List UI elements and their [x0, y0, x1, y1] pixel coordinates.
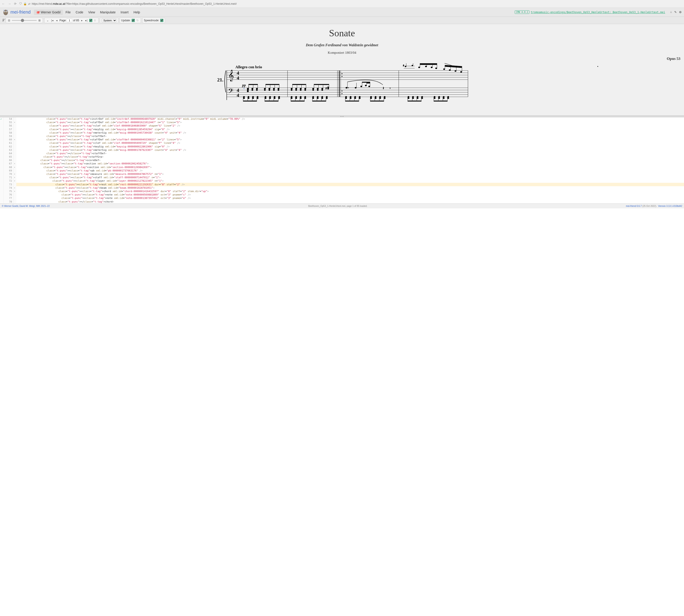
code-line[interactable]: class="t-punc"><class="t-tag">meterSig x…: [16, 131, 684, 134]
code-line[interactable]: class="t-punc"><class="t-tag">keySig xml…: [16, 128, 684, 131]
svg-point-230: [448, 97, 449, 99]
code-line[interactable]: class="t-punc"><class="t-tag">pb xml:id=…: [16, 169, 684, 172]
zoom-slider[interactable]: [12, 20, 37, 21]
menu-manipulate[interactable]: Manipulate: [98, 9, 118, 15]
code-line[interactable]: class="t-punc"><class="t-tag">section xm…: [16, 166, 684, 169]
menu-login[interactable]: 🐙 Werner Goebl: [34, 9, 63, 15]
back-icon[interactable]: ←: [2, 2, 5, 5]
lock-icon[interactable]: 🔒: [23, 2, 27, 5]
dynamic-pp: pp: [242, 83, 246, 87]
speedmode-checkbox[interactable]: [160, 19, 164, 22]
orientation-icon[interactable]: ⌄: [46, 19, 49, 22]
panel-splitter[interactable]: • • •: [0, 115, 684, 117]
reload-icon[interactable]: ⟳: [14, 2, 17, 5]
code-line[interactable]: class="t-punc"><class="t-tag">meterSig x…: [16, 148, 684, 152]
pdf-icon[interactable]: ⎘: [93, 19, 97, 22]
menu-file[interactable]: File: [63, 9, 73, 15]
code-line[interactable]: class="t-punc"><class="t-tag">beam xml:i…: [16, 186, 684, 190]
code-line[interactable]: class="t-punc"><class="t-tag">staffDef x…: [16, 120, 684, 124]
svg-point-161: [359, 96, 361, 97]
toggle-icon[interactable]: ⇄: [28, 2, 30, 5]
code-line[interactable]: class="t-punc"></class="t-tag">staffGrp>: [16, 155, 684, 158]
page-number-input[interactable]: [67, 19, 72, 22]
code-line[interactable]: class="t-punc"><class="t-tag">chord xml:…: [16, 190, 684, 193]
score-title: Sonate: [0, 28, 684, 39]
menu-insert[interactable]: Insert: [118, 9, 131, 15]
svg-rect-219: [408, 101, 422, 102]
svg-point-42: [256, 88, 258, 89]
svg-point-51: [273, 89, 275, 91]
code-line[interactable]: class="t-punc"><class="t-tag">layer xml:…: [16, 179, 684, 182]
svg-rect-232: [434, 101, 448, 102]
code-line[interactable]: class="t-punc"><class="t-tag">rest xml:i…: [16, 183, 684, 186]
score-svg[interactable]: Allegro con brio 21. pp 𝄞 𝄢 4 4 4 4: [4, 63, 680, 109]
svg-point-146: [368, 86, 370, 87]
code-line[interactable]: class="t-punc"><class="t-tag">staffDef x…: [16, 138, 684, 141]
code-line[interactable]: class="t-punc"></class="t-tag">staffDef>: [16, 134, 684, 138]
update-checkbox[interactable]: [132, 19, 135, 22]
url-text[interactable]: https://mei-friend.mdw.ac.at/?file=https…: [32, 2, 682, 5]
gutter-validation: ✓: [0, 117, 4, 203]
code-line[interactable]: class="t-punc"></class="t-tag">chord>: [16, 200, 684, 203]
menu-code[interactable]: Code: [73, 9, 85, 15]
svg-rect-193: [420, 63, 437, 64]
svg-text:𝄢: 𝄢: [228, 87, 233, 96]
menu-view[interactable]: View: [86, 9, 98, 15]
svg-point-166: [370, 97, 372, 99]
breaks-select[interactable]: System: [102, 18, 116, 22]
code-line[interactable]: class="t-punc"><class="t-tag">measure xm…: [16, 172, 684, 176]
code-editor[interactable]: ✓ 54555657585960616263646566676869707172…: [0, 117, 684, 203]
status-version: mei-friend 0.6.7 (25 Oct 2022). Verovio …: [626, 205, 682, 207]
svg-rect-44: [249, 84, 258, 85]
code-line[interactable]: class="t-punc"><class="t-tag">instrDef x…: [16, 117, 684, 120]
forward-icon[interactable]: →: [8, 2, 11, 5]
svg-point-88: [296, 88, 297, 89]
score-dedication: Dem Grafen Ferdinand von Waldstein gewid…: [0, 43, 684, 47]
svg-point-207: [408, 96, 409, 97]
prev-page-icon[interactable]: ◂: [55, 19, 59, 22]
app-logo[interactable]: mei-friend: [2, 9, 30, 16]
svg-text:𝄞: 𝄞: [228, 70, 234, 82]
svg-point-134: [326, 97, 328, 99]
status-copyright[interactable]: © Werner Goebl, David M. Weigl, IWK 2021…: [2, 205, 50, 207]
svg-point-98: [313, 88, 314, 89]
shield-icon[interactable]: ⛉: [19, 2, 22, 5]
page-label: Page: [60, 19, 66, 22]
svg-point-48: [269, 89, 270, 91]
code-content[interactable]: class="t-punc"><class="t-tag">instrDef x…: [16, 117, 684, 203]
first-page-icon[interactable]: |◂: [50, 19, 54, 22]
next-page-icon[interactable]: ▸: [80, 19, 84, 22]
score-system[interactable]: Allegro con brio 21. pp 𝄞 𝄢 4 4 4 4: [4, 63, 680, 109]
refresh-icon[interactable]: ↻: [136, 19, 140, 22]
auto-checkbox[interactable]: [89, 19, 92, 22]
code-line[interactable]: class="t-punc"><class="t-tag">staff xml:…: [16, 176, 684, 179]
code-line[interactable]: class="t-punc"><class="t-tag">clef xml:i…: [16, 141, 684, 145]
code-line[interactable]: class="t-punc"></class="t-tag">scoreDef>: [16, 158, 684, 162]
fork-icon[interactable]: ⑃: [670, 10, 672, 14]
svg-point-81: [278, 97, 280, 99]
notation-panel[interactable]: Sonate Dem Grafen Ferdinand von Waldstei…: [0, 24, 684, 115]
code-line[interactable]: class="t-punc"><class="t-tag">section xm…: [16, 162, 684, 166]
svg-point-195: [444, 68, 445, 70]
svg-point-142: [361, 86, 362, 87]
code-line[interactable]: class="t-punc"><class="t-tag">note xml:i…: [16, 196, 684, 200]
menu-help[interactable]: Help: [131, 9, 142, 15]
zoom-out-icon[interactable]: ⊟: [7, 19, 11, 22]
code-line[interactable]: class="t-punc"><class="t-tag">note xml:i…: [16, 193, 684, 196]
code-line[interactable]: class="t-punc"><class="t-tag">clef xml:i…: [16, 124, 684, 128]
svg-text:♯: ♯: [403, 64, 404, 67]
code-line[interactable]: class="t-punc"><class="t-tag">keySig xml…: [16, 145, 684, 148]
verovio-icon[interactable]: 𝑉: [2, 18, 4, 23]
code-line[interactable]: class="t-punc"></class="t-tag">staffDef>: [16, 152, 684, 155]
svg-point-171: [380, 96, 381, 97]
svg-text:4: 4: [237, 75, 239, 81]
file-link[interactable]: trompamusic-encodings/Beethoven_Op53_Hen…: [531, 10, 665, 14]
edit-icon[interactable]: ✎: [674, 10, 677, 14]
fold-gutter[interactable]: ▾▾▾▾▾▾▾▾▾▾▾▾▾: [14, 117, 16, 203]
zoom-in-icon[interactable]: ⊞: [38, 19, 41, 22]
last-page-icon[interactable]: ▸|: [85, 19, 88, 22]
svg-point-133: [326, 96, 328, 97]
svg-point-26: [342, 73, 342, 74]
svg-rect-110: [314, 84, 329, 85]
settings-icon[interactable]: ⚙: [679, 10, 682, 14]
